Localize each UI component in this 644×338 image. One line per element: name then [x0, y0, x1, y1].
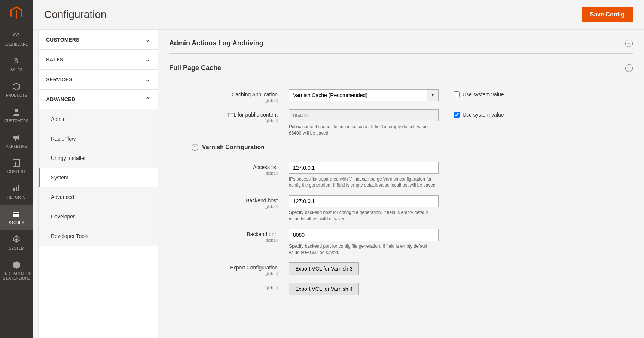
sidebar-label: CUSTOMERS	[1, 119, 31, 123]
save-config-button[interactable]: Save Config	[582, 7, 633, 22]
row-caching-app: Caching Application [global] ▼ Use syste…	[184, 89, 633, 103]
label-export: Export Configuration [global]	[184, 262, 289, 276]
control-export: Export VCL for Varnish 3	[289, 262, 439, 275]
section-archiving[interactable]: Admin Actions Log Archiving ⌄	[169, 33, 633, 54]
config-nav: CUSTOMERS ⌄ SALES ⌄ SERVICES ⌄ ADVANCED …	[38, 30, 158, 338]
subnav-developer[interactable]: Developer	[39, 207, 158, 226]
config-nav-label: SERVICES	[46, 76, 73, 82]
main-area: Configuration Save Config CUSTOMERS ⌄ SA…	[33, 0, 644, 338]
sidebar-item-sales[interactable]: $ SALES	[0, 52, 33, 77]
control-export2: Export VCL for Varnish 4	[289, 283, 439, 295]
use-system-label: Use system value	[463, 91, 504, 97]
access-list-note: IPs access list separated with ',' that …	[289, 176, 439, 189]
backend-host-note: Specify backend host for config file gen…	[289, 209, 439, 222]
megaphone-icon	[12, 133, 21, 142]
svg-rect-7	[18, 185, 19, 191]
sidebar-item-system[interactable]: SYSTEM	[0, 230, 33, 256]
scope-text: [global]	[184, 271, 278, 276]
config-nav-label: SALES	[46, 57, 64, 63]
label-backend-port: Backend port [global]	[184, 229, 289, 242]
svg-point-1	[15, 109, 18, 112]
backend-host-input[interactable]	[289, 195, 439, 207]
control-backend-host: Specify backend host for config file gen…	[289, 195, 439, 222]
row-backend-port: Backend port [global] Specify backend po…	[184, 229, 633, 256]
row-ttl: TTL for public content [global] Public c…	[184, 109, 633, 136]
access-list-input[interactable]	[289, 162, 439, 174]
config-nav-sales[interactable]: SALES ⌄	[39, 50, 158, 70]
ttl-note: Public content cache lifetime in seconds…	[289, 124, 439, 136]
label-ttl: TTL for public content [global]	[184, 109, 289, 123]
row-backend-host: Backend host [global] Specify backend ho…	[184, 195, 633, 222]
control-backend-port: Specify backend port for config file gen…	[289, 229, 439, 256]
config-nav-advanced-sub: Admin RapidFlow Unirgy Installer System …	[39, 109, 158, 246]
use-system-checkbox[interactable]	[454, 112, 460, 118]
subnav-admin[interactable]: Admin	[39, 109, 158, 129]
sidebar-item-partners[interactable]: FIND PARTNERS & EXTENSIONS	[0, 256, 33, 286]
svg-rect-6	[16, 187, 17, 191]
sidebar-item-products[interactable]: PRODUCTS	[0, 77, 33, 103]
content: CUSTOMERS ⌄ SALES ⌄ SERVICES ⌄ ADVANCED …	[33, 30, 644, 338]
gear-icon	[12, 235, 21, 244]
sidebar-item-reports[interactable]: REPORTS	[0, 179, 33, 205]
sidebar-item-marketing[interactable]: MARKETING	[0, 128, 33, 154]
sidebar-item-content[interactable]: CONTENT	[0, 154, 33, 179]
section-title: Full Page Cache	[169, 64, 221, 72]
expand-icon[interactable]: ⌄	[625, 40, 633, 47]
chevron-down-icon: ⌄	[146, 76, 150, 82]
sidebar-label: REPORTS	[1, 195, 31, 200]
fpc-form: Caching Application [global] ▼ Use syste…	[169, 78, 633, 295]
collapse-icon[interactable]: ⌃	[625, 64, 633, 72]
dropdown-icon[interactable]: ▼	[427, 89, 439, 101]
use-system-label: Use system value	[463, 112, 504, 118]
sidebar-label: SYSTEM	[1, 246, 31, 251]
label-caching-app: Caching Application [global]	[184, 89, 289, 103]
svg-rect-2	[13, 160, 20, 166]
puzzle-icon	[12, 260, 21, 269]
chevron-down-icon: ⌄	[146, 57, 150, 63]
sidebar-label: STORES	[1, 221, 31, 225]
subnav-rapidflow[interactable]: RapidFlow	[39, 129, 158, 148]
sidebar-label: DASHBOARD	[1, 42, 31, 47]
sidebar-label: CONTENT	[1, 170, 31, 174]
use-system-caching: Use system value	[454, 89, 504, 97]
caching-app-select[interactable]	[289, 89, 427, 101]
config-nav-advanced[interactable]: ADVANCED ⌃	[39, 90, 158, 109]
chevron-down-icon: ⌄	[146, 37, 150, 43]
row-export2: [global] Export VCL for Varnish 4	[184, 283, 633, 295]
sidebar-label: FIND PARTNERS & EXTENSIONS	[1, 272, 31, 281]
sidebar-label: MARKETING	[1, 144, 31, 149]
subnav-advanced[interactable]: Advanced	[39, 187, 158, 207]
export-varnish3-button[interactable]: Export VCL for Varnish 3	[289, 262, 359, 275]
dollar-icon: $	[12, 57, 21, 66]
use-system-checkbox[interactable]	[454, 91, 460, 97]
dashboard-icon	[12, 31, 21, 40]
control-access-list: IPs access list separated with ',' that …	[289, 162, 439, 189]
sidebar-item-dashboard[interactable]: DASHBOARD	[0, 26, 33, 52]
ttl-input	[289, 109, 439, 121]
backend-port-input[interactable]	[289, 229, 439, 241]
config-nav-customers[interactable]: CUSTOMERS ⌄	[39, 30, 158, 50]
subnav-devtools[interactable]: Developer Tools	[39, 226, 158, 246]
sidebar-item-customers[interactable]: CUSTOMERS	[0, 103, 33, 128]
varnish-subsection[interactable]: ⌃ Varnish Configuration	[192, 144, 633, 151]
varnish-title: Varnish Configuration	[202, 144, 265, 151]
scope-text: [global]	[184, 98, 278, 103]
collapse-icon[interactable]: ⌃	[192, 144, 198, 151]
scope-text: [global]	[184, 171, 278, 175]
subnav-system[interactable]: System	[39, 168, 158, 187]
magento-logo[interactable]	[0, 0, 33, 26]
control-caching-app: ▼	[289, 89, 439, 101]
box-icon	[12, 82, 21, 91]
svg-text:$: $	[14, 57, 18, 65]
sidebar-item-stores[interactable]: STORES	[0, 205, 33, 230]
topbar: Configuration Save Config	[33, 0, 644, 30]
layout-icon	[12, 159, 21, 168]
subnav-unirgy[interactable]: Unirgy Installer	[39, 148, 158, 168]
section-fpc[interactable]: Full Page Cache ⌃	[169, 58, 633, 78]
config-nav-label: CUSTOMERS	[46, 37, 79, 43]
config-nav-services[interactable]: SERVICES ⌄	[39, 70, 158, 90]
scope-text: [global]	[184, 238, 278, 242]
export-varnish4-button[interactable]: Export VCL for Varnish 4	[289, 283, 359, 295]
label-export2: [global]	[184, 283, 289, 290]
store-icon	[12, 209, 21, 218]
